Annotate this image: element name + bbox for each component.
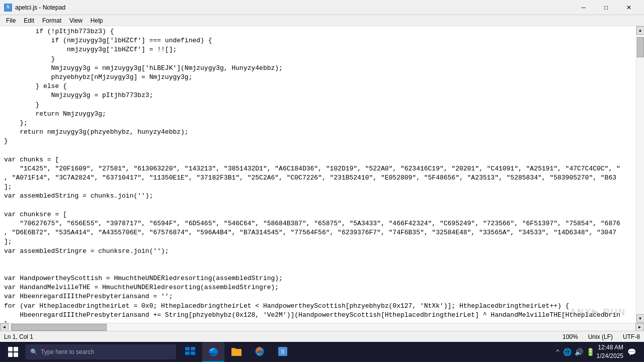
code-content[interactable]: if (!pItjhb773bz3) { if (nmjzuygy3g['lbH… — [0, 26, 636, 323]
menu-format[interactable]: Format — [38, 16, 65, 25]
editor-container: if (!pItjhb773bz3) { if (nmjzuygy3g['lbH… — [0, 26, 644, 323]
taskbar-edge[interactable] — [202, 342, 224, 362]
minimize-button[interactable]: ─ — [572, 0, 595, 15]
svg-rect-1 — [191, 347, 195, 350]
scroll-left-button[interactable]: ◀ — [0, 323, 9, 331]
svg-rect-0 — [185, 347, 190, 350]
title-bar-left: N apetci.js - Notepad — [4, 4, 65, 12]
close-button[interactable]: ✕ — [617, 0, 640, 15]
taskbar-right: ⌃ 🌐 🔊 🔋 12:48 AM 1/24/2025 💬 — [555, 343, 642, 360]
maximize-button[interactable]: □ — [595, 0, 617, 15]
scroll-down-button[interactable]: ▼ — [636, 314, 645, 323]
app-icon: N — [4, 4, 12, 12]
cursor-position: Ln 1, Col 1 — [4, 333, 33, 340]
edge-icon — [207, 345, 219, 357]
menu-bar: File Edit Format View Help — [0, 15, 644, 26]
svg-rect-2 — [185, 351, 190, 355]
taskbar-app-5[interactable]: S — [272, 342, 294, 362]
svg-rect-3 — [191, 351, 195, 355]
editor-scroll[interactable]: if (!pItjhb773bz3) { if (nmjzuygy3g['lbH… — [0, 26, 636, 323]
window-title: apetci.js - Notepad — [15, 4, 65, 11]
search-placeholder-text: Type here to search — [41, 348, 94, 355]
network-icon[interactable]: 🌐 — [563, 348, 572, 356]
taskbar-task-view[interactable] — [179, 342, 201, 362]
svg-rect-5 — [231, 349, 242, 356]
firefox-icon — [254, 345, 266, 357]
horizontal-scrollbar[interactable]: ◀ ▶ — [0, 323, 644, 331]
chevron-up-icon[interactable]: ⌃ — [555, 348, 559, 356]
file-explorer-icon — [230, 345, 243, 357]
scroll-thumb[interactable] — [637, 37, 644, 57]
status-bar: Ln 1, Col 1 100% Unix (LF) UTF-8 — [0, 331, 644, 342]
window-controls: ─ □ ✕ — [572, 0, 640, 15]
menu-file[interactable]: File — [2, 16, 20, 25]
app5-icon: S — [277, 345, 289, 357]
system-clock[interactable]: 12:48 AM 1/24/2025 — [597, 343, 623, 360]
taskbar-firefox[interactable] — [249, 342, 271, 362]
title-bar: N apetci.js - Notepad ─ □ ✕ — [0, 0, 644, 15]
scroll-right-button[interactable]: ▶ — [635, 323, 644, 331]
windows-icon — [8, 347, 18, 357]
vertical-scrollbar[interactable]: ▲ ▼ — [636, 26, 644, 323]
hscroll-track[interactable] — [9, 323, 635, 331]
zoom-level: 100% — [562, 333, 578, 340]
start-button[interactable] — [2, 342, 24, 362]
status-right: 100% Unix (LF) UTF-8 — [562, 333, 640, 340]
scroll-track[interactable] — [636, 35, 644, 314]
menu-edit[interactable]: Edit — [20, 16, 38, 25]
notification-button[interactable]: 💬 — [625, 346, 638, 358]
taskbar: 🔍 Type here to search — [0, 342, 644, 362]
menu-view[interactable]: View — [65, 16, 87, 25]
search-bar[interactable]: 🔍 Type here to search — [25, 344, 176, 359]
hscroll-thumb[interactable] — [11, 324, 107, 331]
clock-date: 1/24/2025 — [597, 352, 623, 360]
task-view-icon — [184, 345, 196, 357]
scroll-up-button[interactable]: ▲ — [636, 26, 645, 35]
search-icon: 🔍 — [30, 348, 38, 356]
taskbar-file-explorer[interactable] — [225, 342, 248, 362]
svg-text:S: S — [281, 348, 284, 354]
system-tray: ⌃ 🌐 🔊 🔋 — [555, 348, 594, 356]
line-ending: Unix (LF) — [588, 333, 613, 340]
clock-time: 12:48 AM — [597, 343, 623, 352]
encoding: UTF-8 — [623, 333, 640, 340]
battery-icon[interactable]: 🔋 — [586, 348, 595, 356]
menu-help[interactable]: Help — [87, 16, 107, 25]
taskbar-apps: S — [179, 342, 294, 362]
volume-icon[interactable]: 🔊 — [575, 348, 583, 356]
